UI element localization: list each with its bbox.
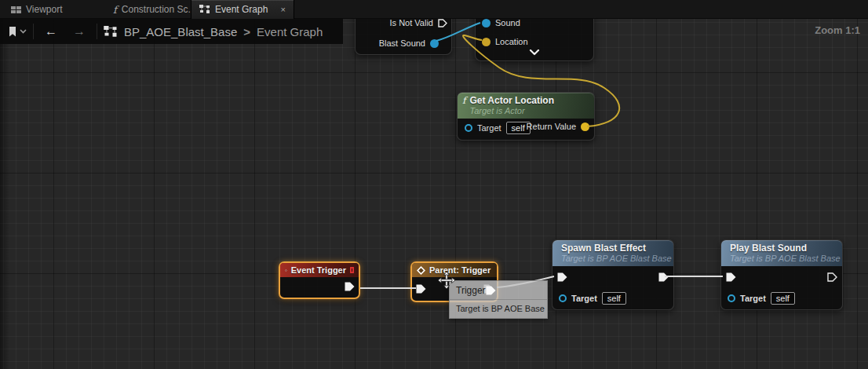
- tab-viewport-label: Viewport: [26, 4, 62, 15]
- node-subtitle: Target is Actor: [469, 106, 554, 116]
- tab-construction-label: Construction Sc...: [122, 4, 196, 15]
- node-subtitle: Target is BP AOE Blast Base: [561, 254, 672, 264]
- node-get-actor-location[interactable]: f Get Actor Location Target is Actor Tar…: [457, 92, 595, 141]
- node-title: Get Actor Location: [469, 95, 554, 106]
- toolbar-separator: [33, 24, 34, 39]
- viewport-grid-icon: [11, 6, 21, 13]
- tab-event-graph-label: Event Graph: [215, 4, 268, 15]
- target-self-input[interactable]: self: [602, 292, 626, 305]
- toolbar-separator: [97, 24, 97, 39]
- target-self-input[interactable]: self: [771, 292, 795, 305]
- graph-edge-shade: [0, 19, 9, 369]
- exec-pin-out: [486, 286, 496, 295]
- breadcrumb-separator-icon: >: [243, 25, 250, 38]
- breadcrumb-root[interactable]: BP_AOE_Blast_Base: [124, 25, 237, 38]
- pin-label-target: Target: [740, 294, 766, 303]
- function-icon: f: [462, 95, 465, 106]
- tab-construction-script[interactable]: f Construction Sc...: [105, 0, 204, 19]
- audio-pin-icon[interactable]: [430, 39, 439, 48]
- graph-nav-toolbar: ← → BP_AOE_Blast_Base > Event Graph: [0, 19, 343, 44]
- function-icon: f: [113, 4, 117, 16]
- forward-arrow-icon[interactable]: →: [68, 25, 90, 38]
- blueprint-editor-window: Viewport f Construction Sc... Event Grap…: [0, 0, 868, 369]
- pin-label-return-value: Return Value: [527, 122, 576, 131]
- node-blast-partial[interactable]: Is Not Valid Blast Sound: [355, 19, 452, 55]
- pin-label-target: Target: [571, 294, 597, 303]
- vector-pin-icon[interactable]: [482, 38, 491, 46]
- wire-layer: [0, 19, 868, 369]
- move-cursor-icon: [438, 272, 455, 289]
- tab-viewport[interactable]: Viewport: [3, 0, 70, 19]
- pin-label-blast-sound: Blast Sound: [379, 38, 425, 48]
- node-subtitle: Target is BP AOE Blast Base: [730, 254, 841, 264]
- exec-pin-out-hollow[interactable]: [827, 272, 837, 282]
- exec-pin-out[interactable]: [345, 282, 355, 291]
- target-object-pin-icon[interactable]: [465, 124, 472, 132]
- pin-label-is-not-valid: Is Not Valid: [390, 19, 433, 27]
- back-arrow-icon[interactable]: ←: [40, 25, 62, 38]
- node-title: Play Blast Sound: [730, 243, 841, 254]
- node-spawn-blast-effect[interactable]: Spawn Blast Effect Target is BP AOE Blas…: [552, 239, 674, 310]
- pin-label-sound: Sound: [495, 19, 520, 27]
- pin-tooltip: Trigger Target is BP AOE Base: [449, 280, 548, 319]
- target-object-pin-icon[interactable]: [728, 294, 735, 302]
- call-diamond-icon: [417, 266, 425, 275]
- node-title: Spawn Blast Effect: [561, 243, 672, 254]
- chevron-down-icon[interactable]: [529, 49, 540, 56]
- zoom-level-indicator: Zoom 1:1: [815, 24, 860, 36]
- tooltip-pin-name: Trigger: [456, 285, 486, 296]
- tab-event-graph[interactable]: Event Graph ×: [191, 0, 294, 19]
- delegate-pin-icon[interactable]: [350, 267, 354, 273]
- graph-icon: [104, 26, 118, 38]
- document-tab-bar: Viewport f Construction Sc... Event Grap…: [0, 0, 868, 19]
- tooltip-description: Target is BP AOE Base: [450, 300, 547, 318]
- bookmark-icon: [8, 26, 17, 38]
- pin-label-location: Location: [495, 37, 528, 46]
- close-tab-icon[interactable]: ×: [280, 5, 285, 14]
- exec-pin-in[interactable]: [416, 284, 426, 294]
- node-result-partial[interactable]: Sound Location: [475, 19, 594, 61]
- target-object-pin-icon[interactable]: [559, 294, 567, 302]
- graph-icon: [199, 5, 210, 14]
- node-play-blast-sound[interactable]: Play Blast Sound Target is BP AOE Blast …: [720, 239, 843, 310]
- exec-pin-out-hollow[interactable]: [438, 19, 447, 27]
- exec-pin-in[interactable]: [557, 272, 567, 282]
- audio-pin-icon[interactable]: [482, 19, 491, 27]
- event-graph-canvas[interactable]: Is Not Valid Blast Sound Sound Location: [0, 19, 868, 369]
- bookmarks-button[interactable]: [8, 26, 27, 38]
- event-diamond-icon: [285, 266, 287, 275]
- exec-pin-in[interactable]: [726, 272, 736, 282]
- return-vector-pin-icon[interactable]: [581, 122, 589, 131]
- pin-label-target: Target: [477, 123, 501, 133]
- chevron-down-icon: [20, 29, 27, 34]
- node-event-trigger[interactable]: Event Trigger: [279, 261, 360, 299]
- breadcrumb-current[interactable]: Event Graph: [257, 25, 323, 38]
- exec-pin-out[interactable]: [658, 272, 669, 282]
- node-title: Event Trigger: [291, 265, 346, 276]
